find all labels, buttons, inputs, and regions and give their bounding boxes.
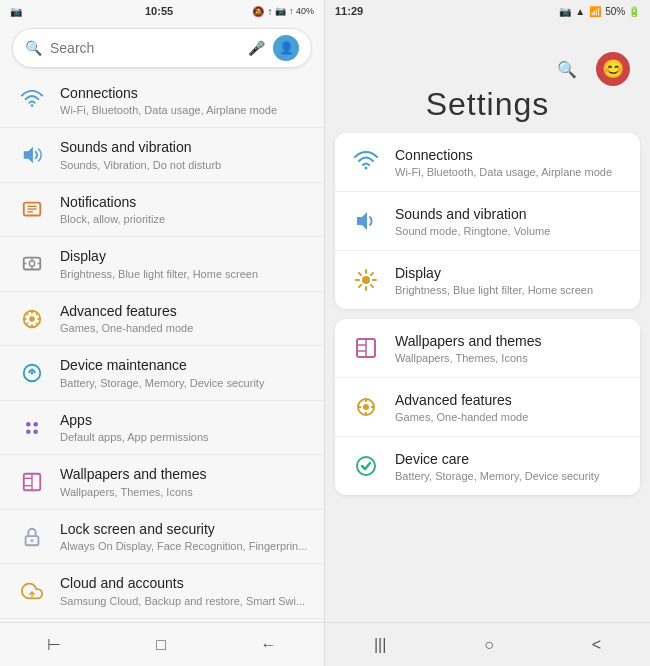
mic-icon[interactable]: 🎤 [248, 40, 265, 56]
apps-subtitle: Default apps, App permissions [60, 430, 308, 444]
right-display-subtitle: Brightness, Blue light filter, Home scre… [395, 284, 626, 296]
setting-item-lock[interactable]: Lock screen and security Always On Displ… [0, 510, 324, 564]
right-wallpaper-text: Wallpapers and themes Wallpapers, Themes… [395, 332, 626, 363]
apps-title: Apps [60, 411, 308, 429]
notifications-icon [16, 194, 48, 226]
display-text: Display Brightness, Blue light filter, H… [60, 247, 308, 280]
apps-icon [16, 412, 48, 444]
wallpaper-icon [16, 466, 48, 498]
device-icon [16, 357, 48, 389]
right-item-display[interactable]: Display Brightness, Blue light filter, H… [335, 251, 640, 309]
right-item-sounds[interactable]: Sounds and vibration Sound mode, Rington… [335, 192, 640, 251]
status-bar-right: 11:29 📷 ▲ 📶 50% 🔋 [325, 0, 650, 22]
advanced-title: Advanced features [60, 302, 308, 320]
search-button[interactable]: 🔍 [550, 52, 584, 86]
svg-line-18 [26, 313, 28, 315]
right-item-wallpaper[interactable]: Wallpapers and themes Wallpapers, Themes… [335, 319, 640, 378]
status-bar-left: 📷 10:55 🔕 ↑ 📷 ↑ 40% [0, 0, 324, 22]
cloud-subtitle: Samsung Cloud, Backup and restore, Smart… [60, 594, 308, 608]
card-group-2: Wallpapers and themes Wallpapers, Themes… [335, 319, 640, 495]
search-input[interactable] [50, 40, 240, 56]
advanced-subtitle: Games, One-handed mode [60, 321, 308, 335]
right-advanced-text: Advanced features Games, One-handed mode [395, 391, 626, 422]
svg-line-21 [26, 323, 28, 325]
status-right-icons: 🔕 ↑ 📷 ↑ 40% [252, 6, 314, 17]
lock-text: Lock screen and security Always On Displ… [60, 520, 308, 553]
svg-point-7 [29, 261, 35, 267]
right-item-advanced[interactable]: Advanced features Games, One-handed mode [335, 378, 640, 437]
device-text: Device maintenance Battery, Storage, Mem… [60, 356, 308, 389]
wallpaper-title: Wallpapers and themes [60, 465, 308, 483]
search-bar[interactable]: 🔍 🎤 👤 [12, 28, 312, 68]
setting-item-advanced[interactable]: Advanced features Games, One-handed mode [0, 292, 324, 346]
nav-back-right[interactable]: < [584, 628, 609, 662]
display-subtitle: Brightness, Blue light filter, Home scre… [60, 267, 308, 281]
nav-home-left[interactable]: □ [148, 628, 174, 662]
svg-line-19 [36, 323, 38, 325]
right-sounds-subtitle: Sound mode, Ringtone, Volume [395, 225, 626, 237]
advanced-icon [16, 303, 48, 335]
svg-line-44 [371, 285, 373, 287]
nav-recent-left[interactable]: ⊢ [39, 627, 69, 662]
setting-item-notifications[interactable]: Notifications Block, allow, prioritize [0, 183, 324, 237]
advanced-text: Advanced features Games, One-handed mode [60, 302, 308, 335]
svg-point-34 [31, 539, 34, 542]
setting-item-wallpaper[interactable]: Wallpapers and themes Wallpapers, Themes… [0, 455, 324, 509]
right-care-text: Device care Battery, Storage, Memory, De… [395, 450, 626, 481]
status-left-time: 10:55 [145, 5, 173, 17]
right-connections-icon [349, 145, 383, 179]
right-display-text: Display Brightness, Blue light filter, H… [395, 264, 626, 295]
setting-item-display[interactable]: Display Brightness, Blue light filter, H… [0, 237, 324, 291]
right-sounds-icon [349, 204, 383, 238]
connections-subtitle: Wi-Fi, Bluetooth, Data usage, Airplane m… [60, 103, 308, 117]
wallpaper-subtitle: Wallpapers, Themes, Icons [60, 485, 308, 499]
settings-header: 🔍 😊 Settings [325, 22, 650, 133]
sounds-text: Sounds and vibration Sounds, Vibration, … [60, 138, 308, 171]
apps-text: Apps Default apps, App permissions [60, 411, 308, 444]
header-actions: 🔍 😊 [550, 52, 630, 86]
svg-point-36 [365, 167, 368, 170]
right-care-subtitle: Battery, Storage, Memory, Device securit… [395, 470, 626, 482]
connections-icon [16, 85, 48, 117]
display-icon [16, 248, 48, 280]
setting-item-device[interactable]: Device maintenance Battery, Storage, Mem… [0, 346, 324, 400]
right-connections-title: Connections [395, 146, 626, 164]
right-item-care[interactable]: Device care Battery, Storage, Memory, De… [335, 437, 640, 495]
svg-line-46 [359, 285, 361, 287]
card-group-1: Connections Wi-Fi, Bluetooth, Data usage… [335, 133, 640, 309]
nav-back-left[interactable]: ← [253, 628, 285, 662]
sounds-subtitle: Sounds, Vibration, Do not disturb [60, 158, 308, 172]
setting-item-apps[interactable]: Apps Default apps, App permissions [0, 401, 324, 455]
nav-home-right[interactable]: ○ [476, 628, 502, 662]
right-panel: 11:29 📷 ▲ 📶 50% 🔋 🔍 😊 Settings [325, 0, 650, 666]
right-display-title: Display [395, 264, 626, 282]
svg-marker-1 [24, 147, 33, 164]
svg-point-28 [33, 429, 38, 434]
right-sounds-title: Sounds and vibration [395, 205, 626, 223]
setting-item-cloud[interactable]: Cloud and accounts Samsung Cloud, Backup… [0, 564, 324, 618]
right-care-title: Device care [395, 450, 626, 468]
settings-list: Connections Wi-Fi, Bluetooth, Data usage… [0, 74, 324, 622]
sounds-title: Sounds and vibration [60, 138, 308, 156]
svg-point-25 [26, 422, 31, 427]
svg-point-13 [29, 316, 35, 322]
avatar-button[interactable]: 😊 [596, 52, 630, 86]
right-wallpaper-icon [349, 331, 383, 365]
sounds-icon [16, 139, 48, 171]
svg-line-20 [36, 313, 38, 315]
left-panel: 📷 10:55 🔕 ↑ 📷 ↑ 40% 🔍 🎤 👤 [0, 0, 325, 666]
svg-line-45 [371, 273, 373, 275]
setting-item-connections[interactable]: Connections Wi-Fi, Bluetooth, Data usage… [0, 74, 324, 128]
setting-item-sounds[interactable]: Sounds and vibration Sounds, Vibration, … [0, 128, 324, 182]
wallpaper-text: Wallpapers and themes Wallpapers, Themes… [60, 465, 308, 498]
right-care-icon [349, 449, 383, 483]
settings-title: Settings [426, 86, 550, 123]
nav-menu-right[interactable]: ||| [366, 628, 394, 662]
avatar-icon[interactable]: 👤 [273, 35, 299, 61]
svg-point-38 [362, 276, 370, 284]
right-advanced-icon [349, 390, 383, 424]
right-display-icon [349, 263, 383, 297]
svg-point-27 [26, 429, 31, 434]
cloud-icon [16, 575, 48, 607]
right-item-connections[interactable]: Connections Wi-Fi, Bluetooth, Data usage… [335, 133, 640, 192]
